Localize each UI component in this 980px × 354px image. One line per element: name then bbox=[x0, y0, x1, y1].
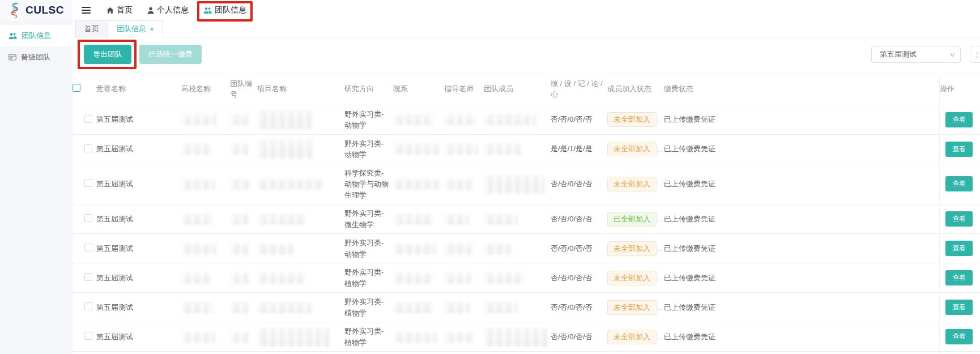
tab-home[interactable]: 首页 bbox=[75, 20, 108, 37]
redacted-team-no-cell bbox=[230, 214, 249, 225]
redacted-advisor-cell bbox=[444, 143, 478, 155]
join-status-badge: 未全部加入 bbox=[607, 300, 657, 315]
nav-item-home[interactable]: 首页 bbox=[106, 5, 133, 15]
column-header-join-status: 成员加入状态 bbox=[607, 79, 664, 99]
truncation-dots: .. bbox=[658, 215, 663, 223]
redacted-project-cell bbox=[257, 110, 312, 129]
redacted-advisor-cell bbox=[444, 243, 474, 254]
redacted-members-cell bbox=[484, 327, 547, 347]
row-checkbox[interactable] bbox=[84, 332, 92, 340]
view-button[interactable]: 查看 bbox=[945, 300, 973, 315]
export-team-button[interactable]: 导出团队 bbox=[84, 45, 131, 64]
competition-name-cell: 第五届测试 bbox=[96, 299, 181, 316]
redacted-project-cell bbox=[257, 243, 293, 254]
sidebar-item-label: 晋级团队 bbox=[21, 52, 50, 62]
row-checkbox[interactable] bbox=[84, 244, 92, 251]
research-direction-cell: 科学探究类-动物学与动物生理学 bbox=[344, 164, 393, 204]
research-direction-cell: 野外实习类-动物学 bbox=[344, 135, 393, 164]
nav-item-label: 团队信息 bbox=[215, 5, 246, 15]
sidebar-item-promoted-teams[interactable]: 晋级团队 bbox=[0, 46, 73, 68]
research-direction-cell: 野外实习类-微生物学 bbox=[344, 352, 393, 354]
payment-status-cell: 已上传缴费凭证 bbox=[664, 211, 750, 228]
redacted-advisor-cell bbox=[444, 331, 475, 343]
session-select[interactable]: 第五届测试 ∨ bbox=[871, 46, 961, 63]
redacted-members-cell bbox=[484, 174, 545, 194]
redacted-team-no-cell bbox=[230, 178, 250, 190]
table-row: 第五届测试 野外实习类-微生物学 否/否/0/否/否 未全部加入 .. 未上传缴… bbox=[73, 352, 980, 354]
top-nav: 首页 个人信息 团队信息 bbox=[73, 0, 246, 20]
join-status-badge: 未全部加入 bbox=[607, 330, 657, 344]
view-button[interactable]: 查看 bbox=[945, 176, 973, 191]
nav-item-team[interactable]: 团队信息 bbox=[203, 5, 246, 15]
table-row: 第五届测试 野外实习类-微生物学 否/否/0/否/否 已全部加入 .. 已上传缴… bbox=[73, 204, 980, 234]
partial-glyph: ¦ bbox=[976, 50, 978, 58]
view-button[interactable]: 查看 bbox=[945, 329, 973, 344]
redacted-department-cell bbox=[393, 214, 433, 225]
batch-pay-label: 已选统一缴费 bbox=[148, 50, 193, 58]
truncation-dots: .. bbox=[658, 244, 663, 253]
view-button[interactable]: 查看 bbox=[945, 112, 973, 127]
column-header-scores: 综 / 设 / 记 / 论 / 心 bbox=[551, 74, 607, 105]
redacted-members-cell bbox=[484, 143, 522, 155]
spacer-cell bbox=[750, 146, 939, 152]
view-button[interactable]: 查看 bbox=[945, 270, 973, 285]
users-icon bbox=[203, 7, 212, 14]
scores-cell: 否/否/0/否/否 bbox=[551, 299, 607, 316]
tab-team-info[interactable]: 团队信息 × bbox=[108, 20, 163, 37]
row-checkbox[interactable] bbox=[84, 179, 92, 187]
redacted-team-no-cell bbox=[230, 143, 249, 155]
redacted-university-cell bbox=[181, 114, 216, 125]
toolbar: 导出团队 已选统一缴费 第五届测试 ∨ ¦ bbox=[73, 37, 980, 71]
scores-cell: 否/否/0/否/否 bbox=[551, 111, 607, 128]
join-status-badge: 未全部加入 bbox=[607, 241, 657, 256]
payment-status-cell: 已上传缴费凭证 bbox=[664, 299, 750, 316]
payment-status-cell: 已上传缴费凭证 bbox=[664, 111, 750, 128]
batch-pay-button[interactable]: 已选统一缴费 bbox=[139, 45, 202, 64]
payment-status-cell: 已上传缴费凭证 bbox=[664, 270, 750, 287]
spacer-cell bbox=[750, 304, 939, 311]
sidebar-item-label: 团队信息 bbox=[22, 31, 51, 41]
culsc-dna-logo-icon bbox=[8, 2, 22, 19]
view-button[interactable]: 查看 bbox=[945, 142, 973, 157]
tab-close-icon[interactable]: × bbox=[150, 25, 154, 33]
row-checkbox[interactable] bbox=[84, 115, 92, 123]
payment-status-cell: 已上传缴费凭证 bbox=[664, 329, 750, 346]
table-body: 第五届测试 野外实习类-动物学 否/否/0/否/否 未全部加入 .. 已上传缴费… bbox=[73, 105, 980, 354]
row-checkbox[interactable] bbox=[84, 214, 92, 222]
redacted-members-cell bbox=[484, 114, 536, 125]
partial-control[interactable]: ¦ bbox=[970, 46, 980, 63]
truncation-dots: .. bbox=[658, 303, 663, 312]
redacted-team-no-cell bbox=[230, 114, 249, 125]
research-direction-cell: 野外实习类-动物学 bbox=[344, 105, 393, 134]
home-icon bbox=[106, 7, 114, 14]
brand-title: CULSC bbox=[25, 4, 64, 16]
redacted-university-cell bbox=[181, 143, 212, 155]
table-row: 第五届测试 野外实习类-动物学 否/否/0/否/否 未全部加入 .. 已上传缴费… bbox=[73, 105, 980, 135]
join-status-badge: 未全部加入 bbox=[607, 142, 657, 156]
research-direction-cell: 野外实习类-植物学 bbox=[344, 322, 393, 351]
row-checkbox[interactable] bbox=[84, 302, 92, 310]
redacted-advisor-cell bbox=[444, 272, 471, 284]
table-row: 第五届测试 野外实习类-植物学 否/否/0/否/否 未全部加入 .. 已上传缴费… bbox=[73, 263, 980, 293]
column-header-action: 操作 bbox=[939, 74, 980, 105]
spacer-cell bbox=[750, 116, 939, 123]
redacted-team-no-cell bbox=[230, 272, 249, 284]
sidebar-item-team-info[interactable]: 团队信息 bbox=[0, 25, 73, 46]
research-direction-cell: 野外实习类-植物学 bbox=[344, 293, 393, 322]
redacted-members-cell bbox=[484, 243, 511, 254]
redacted-university-cell bbox=[181, 302, 214, 313]
row-checkbox[interactable] bbox=[84, 144, 92, 152]
view-button[interactable]: 查看 bbox=[945, 241, 973, 256]
redacted-project-cell bbox=[257, 214, 307, 225]
nav-item-profile[interactable]: 个人信息 bbox=[147, 5, 189, 15]
row-checkbox[interactable] bbox=[84, 273, 92, 281]
redacted-department-cell bbox=[393, 178, 440, 190]
column-header-team-no: 团队编号 bbox=[230, 74, 257, 105]
hamburger-icon[interactable] bbox=[80, 5, 92, 16]
spacer-cell bbox=[750, 275, 939, 282]
redacted-project-cell bbox=[257, 178, 324, 190]
truncation-dots: .. bbox=[658, 145, 663, 153]
view-button[interactable]: 查看 bbox=[945, 211, 973, 227]
select-all-checkbox[interactable] bbox=[73, 84, 80, 92]
truncation-dots: .. bbox=[658, 180, 663, 188]
